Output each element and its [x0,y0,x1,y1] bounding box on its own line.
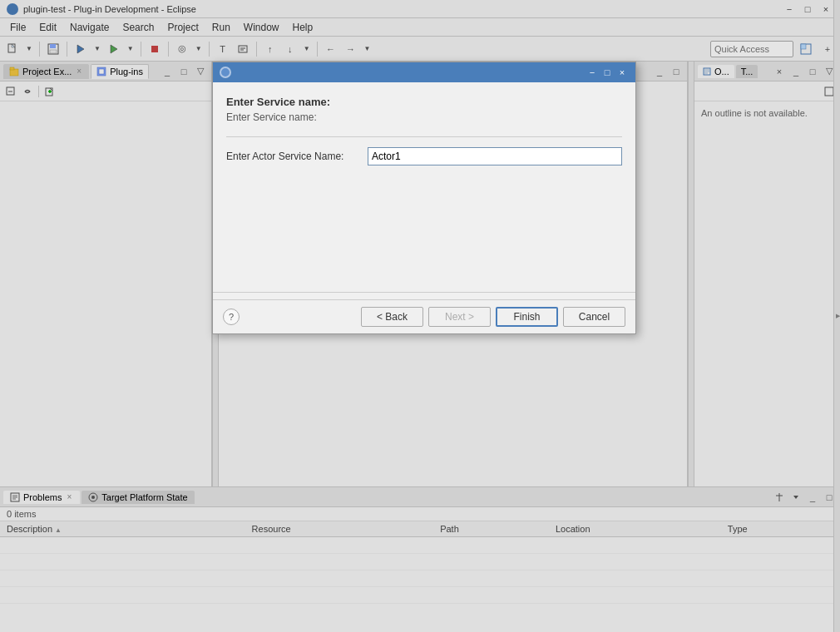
dialog-overlay: − □ × Enter Service name: Enter Service … [0,0,840,632]
cancel-button[interactable]: Cancel [563,307,625,327]
dialog: − □ × Enter Service name: Enter Service … [212,62,636,334]
dialog-spacer [226,179,622,279]
dialog-icon [220,67,231,78]
dialog-body: Enter Service name: Enter Service name: … [213,82,635,285]
next-button[interactable]: Next > [428,307,491,327]
dialog-heading: Enter Service name: [226,96,622,108]
dialog-title-controls: − □ × [586,67,629,78]
dialog-close-btn[interactable]: × [615,67,629,78]
finish-button[interactable]: Finish [496,307,558,327]
dialog-footer: ? < Back Next > Finish Cancel [213,299,635,333]
dialog-title-bar: − □ × [213,62,635,82]
dialog-footer-buttons: < Back Next > Finish Cancel [361,307,625,327]
dialog-field-input[interactable] [368,147,622,165]
dialog-footer-separator [213,292,635,293]
dialog-minimize-btn[interactable]: − [586,67,599,78]
dialog-field-label: Enter Actor Service Name: [226,151,368,162]
dialog-field-row: Enter Actor Service Name: [226,144,622,169]
help-button[interactable]: ? [223,309,240,325]
dialog-separator [226,136,622,137]
dialog-maximize-btn[interactable]: □ [600,67,614,78]
dialog-subheading: Enter Service name: [226,111,622,123]
back-button[interactable]: < Back [361,307,423,327]
